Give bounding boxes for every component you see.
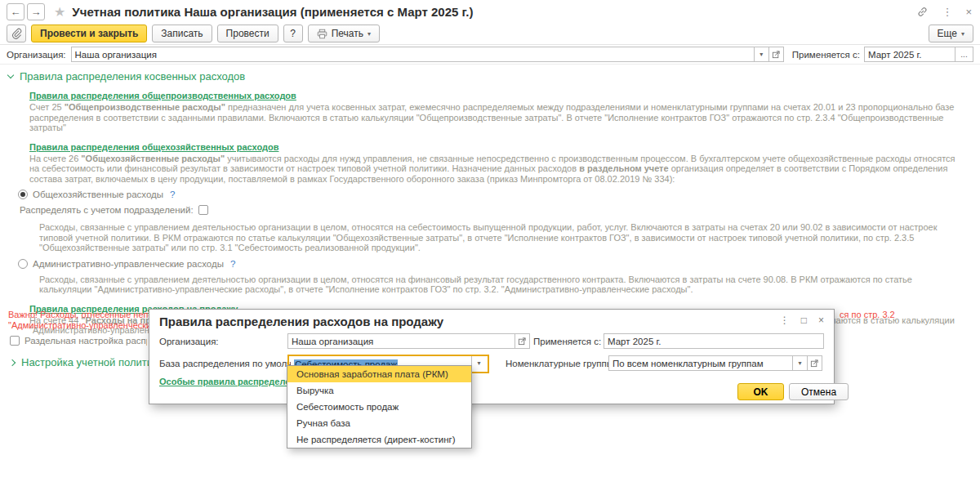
checkbox-icon[interactable] bbox=[198, 205, 208, 215]
organization-label: Организация: bbox=[7, 50, 66, 60]
base-dropdown-list: Основная заработная плата (РКМ) Выручка … bbox=[287, 365, 472, 449]
organization-dropdown-button[interactable]: ▾ bbox=[755, 47, 769, 62]
checkbox-separate-distribution[interactable]: Раздельная настройка распределен bbox=[10, 336, 147, 346]
chevron-right-icon bbox=[9, 359, 16, 365]
more-button[interactable]: Еще ▾ bbox=[929, 25, 973, 42]
dialog-maximize-icon[interactable]: □ bbox=[801, 315, 807, 325]
print-button[interactable]: Печать ▾ bbox=[308, 25, 380, 42]
dialog-applies-from-label: Применяется с: bbox=[533, 337, 601, 346]
dropdown-item[interactable]: Выручка bbox=[287, 382, 471, 399]
dialog-groups-input[interactable]: По всем номенклатурным группам bbox=[608, 355, 793, 371]
dialog-title: Правила распределения расходов на продаж… bbox=[159, 315, 443, 328]
forward-arrow-icon: → bbox=[31, 6, 42, 18]
link-overhead-costs-rules[interactable]: Правила распределения общепроизводственн… bbox=[29, 91, 296, 100]
radio-admin-costs[interactable]: Административно-управленческие расходы ? bbox=[18, 259, 972, 269]
dialog-groups-label: Номенклатурные группы: bbox=[506, 359, 616, 368]
chevron-down-icon: ▾ bbox=[961, 30, 964, 38]
dialog-organization-open-icon[interactable] bbox=[515, 333, 530, 349]
chevron-down-icon: ▾ bbox=[477, 359, 480, 367]
help-question-icon[interactable]: ? bbox=[230, 259, 235, 269]
post-button[interactable]: Провести bbox=[217, 25, 278, 42]
base-dropdown-button[interactable]: ▾ bbox=[471, 356, 486, 370]
dialog-close-icon[interactable]: × bbox=[818, 315, 824, 325]
organization-input[interactable]: Наша организация bbox=[71, 47, 755, 62]
dialog-organization-input[interactable]: Наша организация bbox=[287, 333, 515, 349]
back-arrow-icon: ← bbox=[11, 6, 21, 18]
dialog-kebab-menu-icon[interactable]: ⋮ bbox=[780, 315, 790, 325]
checkbox-consider-departments[interactable]: Распределять с учетом подразделений: bbox=[20, 205, 972, 215]
radio-button-icon[interactable] bbox=[18, 190, 28, 199]
printer-icon bbox=[317, 29, 327, 39]
paperclip-icon bbox=[11, 28, 22, 39]
dialog-organization-label: Организация: bbox=[159, 337, 219, 346]
applies-from-label: Применяется с: bbox=[792, 50, 860, 60]
attachments-button[interactable] bbox=[7, 25, 26, 42]
get-link-icon[interactable] bbox=[916, 6, 929, 18]
help-question-icon[interactable]: ? bbox=[170, 190, 175, 199]
chevron-down-icon: ▾ bbox=[368, 30, 371, 38]
dialog-applies-from-input[interactable]: Март 2025 г. bbox=[604, 333, 824, 349]
close-icon[interactable]: × bbox=[965, 7, 972, 17]
form-content: Правила распределения косвенных расходов… bbox=[0, 65, 980, 482]
paragraph-account-26: На счете 26 "Общехозяйственные расходы" … bbox=[29, 154, 960, 185]
checkbox-icon[interactable] bbox=[10, 336, 20, 346]
groups-open-icon[interactable] bbox=[808, 355, 822, 371]
back-button[interactable]: ← bbox=[7, 3, 24, 20]
dropdown-item[interactable]: Не распределяется (директ-костинг) bbox=[287, 431, 471, 448]
chevron-down-icon bbox=[7, 72, 14, 78]
applies-from-input[interactable]: Март 2025 г. bbox=[864, 47, 956, 62]
warning-text: Важно! Расходы, отнесенные непосред "Адм… bbox=[8, 310, 149, 330]
forward-button[interactable]: → bbox=[27, 3, 45, 20]
paragraph-general-costs-detail: Расходы, связанные с управлением деятель… bbox=[39, 222, 960, 253]
toolbar: Провести и закрыть Записать Провести ? П… bbox=[0, 23, 980, 45]
radio-button-icon[interactable] bbox=[18, 259, 28, 269]
window-titlebar: ← → ★ Учетная политика Наша организация … bbox=[0, 0, 980, 23]
favorite-star-icon[interactable]: ★ bbox=[54, 4, 65, 20]
radio-general-costs[interactable]: Общехозяйственные расходы ? bbox=[18, 190, 972, 199]
dropdown-item[interactable]: Ручная база bbox=[287, 415, 471, 431]
section-policy-settings-header[interactable]: Настройка учетной политики bbox=[8, 356, 163, 368]
ok-button[interactable]: OK bbox=[737, 383, 784, 400]
cancel-button[interactable]: Отмена bbox=[789, 383, 849, 400]
paragraph-account-25: Счет 25 "Общепроизводственные расходы" п… bbox=[29, 102, 960, 133]
warning-text-fragment: ся по стр. 3.2 bbox=[840, 310, 895, 319]
organization-row: Организация: Наша организация ▾ Применяе… bbox=[0, 45, 980, 65]
groups-dropdown-button[interactable]: ▾ bbox=[793, 355, 808, 371]
post-and-close-button[interactable]: Провести и закрыть bbox=[31, 25, 147, 42]
section-indirect-costs-header[interactable]: Правила распределения косвенных расходов bbox=[8, 70, 972, 83]
page-title: Учетная политика Наша организация (приме… bbox=[72, 5, 473, 19]
kebab-menu-icon[interactable]: ⋮ bbox=[942, 7, 952, 17]
help-button[interactable]: ? bbox=[283, 25, 303, 42]
link-general-costs-rules[interactable]: Правила распределения общехозяйственных … bbox=[29, 142, 278, 152]
applies-from-choose-button[interactable]: ... bbox=[956, 47, 973, 62]
paragraph-admin-costs-detail: Расходы, связанные с управлением деятель… bbox=[39, 274, 960, 295]
dropdown-item[interactable]: Основная заработная плата (РКМ) bbox=[287, 366, 471, 382]
sales-costs-rules-dialog: Правила распределения расходов на продаж… bbox=[149, 309, 835, 404]
dropdown-item[interactable]: Себестоимость продаж bbox=[287, 399, 471, 415]
special-rules-link[interactable]: Особые правила распределения bbox=[159, 377, 306, 386]
chevron-down-icon: ▾ bbox=[798, 359, 801, 367]
write-button[interactable]: Записать bbox=[152, 25, 212, 42]
chevron-down-icon: ▾ bbox=[760, 51, 763, 58]
organization-open-icon[interactable] bbox=[769, 47, 784, 62]
